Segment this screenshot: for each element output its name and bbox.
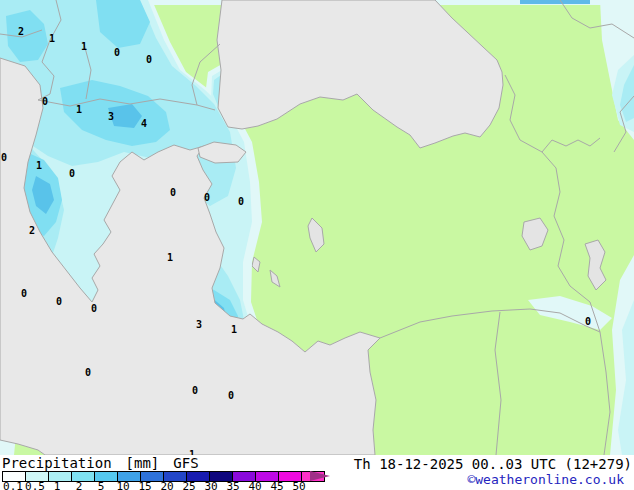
precip-value-label: 0 <box>204 192 210 203</box>
precip-value-label: 1 <box>231 324 237 335</box>
precip-value-label: 0 <box>85 367 91 378</box>
precip-value-label: 0 <box>146 54 152 65</box>
scale-tick-label: 25 <box>182 480 195 490</box>
precip-value-label: 3 <box>108 111 114 122</box>
legend-unit: [mm] <box>126 455 160 471</box>
scale-tick-label: 20 <box>160 480 173 490</box>
copyright-link[interactable]: ©weatheronline.co.uk <box>467 472 624 487</box>
color-scale-arrow <box>310 471 330 481</box>
color-scale-tick-labels: 0.10.5125101520253035404550 <box>0 482 340 490</box>
precip-value-label: 0 <box>228 390 234 401</box>
scale-tick-label: 5 <box>98 480 105 490</box>
precip-value-label: 0 <box>42 96 48 107</box>
legend-bar: Precipitation[mm]GFS 0.10.51251015202530… <box>0 455 634 490</box>
precip-value-label: 4 <box>141 118 147 129</box>
scale-tick-label: 50 <box>292 480 305 490</box>
precip-value-label: 0 <box>56 296 62 307</box>
precip-value-label: 3 <box>196 319 202 330</box>
scale-cell-1 <box>49 471 72 482</box>
precip-value-label: 1 <box>36 160 42 171</box>
precip-value-label: 0 <box>192 385 198 396</box>
precip-value-label: 1 <box>49 33 55 44</box>
scale-tick-label: 0.1 <box>3 480 23 490</box>
scale-tick-label: 30 <box>204 480 217 490</box>
scale-tick-label: 15 <box>138 480 151 490</box>
scale-tick-label: 40 <box>248 480 261 490</box>
scale-tick-label: 1 <box>54 480 61 490</box>
scale-tick-label: 10 <box>116 480 129 490</box>
precip-value-label: 2 <box>18 26 24 37</box>
precip-value-label: 0 <box>21 288 27 299</box>
precip-top-strip-dark <box>520 0 590 4</box>
map-canvas: 211000134010000210003100001 <box>0 0 634 455</box>
scale-tick-label: 45 <box>270 480 283 490</box>
legend-title: Precipitation[mm]GFS <box>2 455 213 471</box>
precip-value-label: 0 <box>585 316 591 327</box>
legend-parameter: Precipitation <box>2 455 112 471</box>
precip-value-label: 0 <box>170 187 176 198</box>
precip-value-label: 0 <box>238 196 244 207</box>
precip-value-label: 2 <box>29 225 35 236</box>
precip-value-label: 0 <box>91 303 97 314</box>
precip-value-label: 0 <box>114 47 120 58</box>
scale-tick-label: 0.5 <box>25 480 45 490</box>
precip-value-label: 1 <box>81 41 87 52</box>
precip-value-label: 1 <box>76 104 82 115</box>
precip-value-label: 0 <box>1 152 7 163</box>
scale-tick-label: 35 <box>226 480 239 490</box>
precip-value-label: 1 <box>167 252 173 263</box>
forecast-timestamp: Th 18-12-2025 00..03 UTC (12+279) <box>354 456 632 472</box>
precipitation-map: 211000134010000210003100001 <box>0 0 634 455</box>
weather-map-page: 211000134010000210003100001 Precipitatio… <box>0 0 634 490</box>
precip-value-label: 0 <box>69 168 75 179</box>
legend-model: GFS <box>173 455 198 471</box>
scale-tick-label: 2 <box>76 480 83 490</box>
